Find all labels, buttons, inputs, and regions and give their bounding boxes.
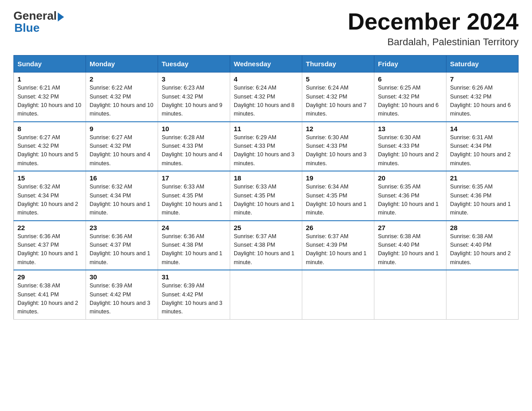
calendar-week-row: 22 Sunrise: 6:36 AMSunset: 4:37 PMDaylig… xyxy=(14,221,519,270)
table-row: 30 Sunrise: 6:39 AMSunset: 4:42 PMDaylig… xyxy=(86,270,158,319)
day-number: 26 xyxy=(306,224,370,231)
day-number: 15 xyxy=(17,174,82,182)
header-thursday: Thursday xyxy=(302,56,374,73)
day-number: 30 xyxy=(90,273,154,281)
calendar-table: Sunday Monday Tuesday Wednesday Thursday… xyxy=(13,55,519,320)
day-info: Sunrise: 6:37 AMSunset: 4:39 PMDaylight:… xyxy=(306,232,370,267)
day-info: Sunrise: 6:27 AMSunset: 4:32 PMDaylight:… xyxy=(90,133,154,168)
day-info: Sunrise: 6:24 AMSunset: 4:32 PMDaylight:… xyxy=(234,84,298,119)
table-row: 21 Sunrise: 6:35 AMSunset: 4:36 PMDaylig… xyxy=(446,171,519,221)
table-row: 26 Sunrise: 6:37 AMSunset: 4:39 PMDaylig… xyxy=(302,221,374,270)
table-row: 3 Sunrise: 6:23 AMSunset: 4:32 PMDayligh… xyxy=(158,73,230,122)
header-friday: Friday xyxy=(374,56,446,73)
day-info: Sunrise: 6:38 AMSunset: 4:40 PMDaylight:… xyxy=(450,232,515,267)
table-row: 28 Sunrise: 6:38 AMSunset: 4:40 PMDaylig… xyxy=(446,221,519,270)
day-info: Sunrise: 6:38 AMSunset: 4:40 PMDaylight:… xyxy=(378,232,442,267)
table-row: 29 Sunrise: 6:38 AMSunset: 4:41 PMDaylig… xyxy=(14,270,86,319)
day-number: 28 xyxy=(450,224,515,231)
logo: General Blue xyxy=(13,9,64,35)
table-row: 27 Sunrise: 6:38 AMSunset: 4:40 PMDaylig… xyxy=(374,221,446,270)
table-row: 7 Sunrise: 6:26 AMSunset: 4:32 PMDayligh… xyxy=(446,73,519,122)
day-number: 6 xyxy=(378,75,442,83)
calendar-week-row: 1 Sunrise: 6:21 AMSunset: 4:32 PMDayligh… xyxy=(14,73,519,122)
day-number: 21 xyxy=(450,174,515,182)
day-info: Sunrise: 6:30 AMSunset: 4:33 PMDaylight:… xyxy=(378,133,442,168)
table-row: 25 Sunrise: 6:37 AMSunset: 4:38 PMDaylig… xyxy=(230,221,302,270)
day-number: 18 xyxy=(234,174,298,182)
table-row: 20 Sunrise: 6:35 AMSunset: 4:36 PMDaylig… xyxy=(374,171,446,221)
table-row: 5 Sunrise: 6:24 AMSunset: 4:32 PMDayligh… xyxy=(302,73,374,122)
day-number: 11 xyxy=(234,125,298,133)
day-number: 13 xyxy=(378,125,442,133)
table-row: 23 Sunrise: 6:36 AMSunset: 4:37 PMDaylig… xyxy=(86,221,158,270)
day-info: Sunrise: 6:30 AMSunset: 4:33 PMDaylight:… xyxy=(306,133,370,168)
day-number: 9 xyxy=(90,125,154,133)
day-info: Sunrise: 6:26 AMSunset: 4:32 PMDaylight:… xyxy=(450,84,515,119)
calendar-week-row: 29 Sunrise: 6:38 AMSunset: 4:41 PMDaylig… xyxy=(14,270,519,319)
table-row: 2 Sunrise: 6:22 AMSunset: 4:32 PMDayligh… xyxy=(86,73,158,122)
day-info: Sunrise: 6:33 AMSunset: 4:35 PMDaylight:… xyxy=(162,183,226,218)
header-tuesday: Tuesday xyxy=(158,56,230,73)
table-row: 9 Sunrise: 6:27 AMSunset: 4:32 PMDayligh… xyxy=(86,122,158,171)
day-number: 24 xyxy=(162,224,226,231)
day-info: Sunrise: 6:35 AMSunset: 4:36 PMDaylight:… xyxy=(450,183,515,218)
table-row xyxy=(374,270,446,319)
header-wednesday: Wednesday xyxy=(230,56,302,73)
day-info: Sunrise: 6:33 AMSunset: 4:35 PMDaylight:… xyxy=(234,183,298,218)
day-info: Sunrise: 6:22 AMSunset: 4:32 PMDaylight:… xyxy=(90,84,154,119)
day-info: Sunrise: 6:31 AMSunset: 4:34 PMDaylight:… xyxy=(450,133,515,168)
day-number: 3 xyxy=(162,75,226,83)
table-row: 8 Sunrise: 6:27 AMSunset: 4:32 PMDayligh… xyxy=(14,122,86,171)
day-number: 27 xyxy=(378,224,442,231)
table-row: 13 Sunrise: 6:30 AMSunset: 4:33 PMDaylig… xyxy=(374,122,446,171)
day-info: Sunrise: 6:39 AMSunset: 4:42 PMDaylight:… xyxy=(162,282,226,317)
calendar-week-row: 15 Sunrise: 6:32 AMSunset: 4:34 PMDaylig… xyxy=(14,171,519,221)
day-number: 8 xyxy=(17,125,82,133)
table-row: 18 Sunrise: 6:33 AMSunset: 4:35 PMDaylig… xyxy=(230,171,302,221)
logo-blue-text: Blue xyxy=(14,21,39,35)
table-row xyxy=(302,270,374,319)
table-row xyxy=(446,270,519,319)
day-number: 14 xyxy=(450,125,515,133)
day-info: Sunrise: 6:28 AMSunset: 4:33 PMDaylight:… xyxy=(162,133,226,168)
day-number: 5 xyxy=(306,75,370,83)
day-number: 4 xyxy=(234,75,298,83)
day-info: Sunrise: 6:37 AMSunset: 4:38 PMDaylight:… xyxy=(234,232,298,267)
table-row: 4 Sunrise: 6:24 AMSunset: 4:32 PMDayligh… xyxy=(230,73,302,122)
table-row: 22 Sunrise: 6:36 AMSunset: 4:37 PMDaylig… xyxy=(14,221,86,270)
table-row: 11 Sunrise: 6:29 AMSunset: 4:33 PMDaylig… xyxy=(230,122,302,171)
day-number: 31 xyxy=(162,273,226,281)
day-number: 2 xyxy=(90,75,154,83)
page-header: General Blue December 2024 Bardalah, Pal… xyxy=(13,9,519,48)
day-info: Sunrise: 6:23 AMSunset: 4:32 PMDaylight:… xyxy=(162,84,226,119)
day-info: Sunrise: 6:29 AMSunset: 4:33 PMDaylight:… xyxy=(234,133,298,168)
table-row: 17 Sunrise: 6:33 AMSunset: 4:35 PMDaylig… xyxy=(158,171,230,221)
day-number: 7 xyxy=(450,75,515,83)
table-row: 6 Sunrise: 6:25 AMSunset: 4:32 PMDayligh… xyxy=(374,73,446,122)
table-row xyxy=(230,270,302,319)
day-info: Sunrise: 6:32 AMSunset: 4:34 PMDaylight:… xyxy=(17,183,82,218)
title-area: December 2024 Bardalah, Palestinian Terr… xyxy=(348,9,519,48)
day-info: Sunrise: 6:38 AMSunset: 4:41 PMDaylight:… xyxy=(17,282,82,317)
day-info: Sunrise: 6:36 AMSunset: 4:37 PMDaylight:… xyxy=(17,232,82,267)
day-info: Sunrise: 6:35 AMSunset: 4:36 PMDaylight:… xyxy=(378,183,442,218)
table-row: 12 Sunrise: 6:30 AMSunset: 4:33 PMDaylig… xyxy=(302,122,374,171)
header-sunday: Sunday xyxy=(14,56,86,73)
day-info: Sunrise: 6:34 AMSunset: 4:35 PMDaylight:… xyxy=(306,183,370,218)
day-info: Sunrise: 6:25 AMSunset: 4:32 PMDaylight:… xyxy=(378,84,442,119)
day-info: Sunrise: 6:24 AMSunset: 4:32 PMDaylight:… xyxy=(306,84,370,119)
day-number: 10 xyxy=(162,125,226,133)
table-row: 24 Sunrise: 6:36 AMSunset: 4:38 PMDaylig… xyxy=(158,221,230,270)
month-year-title: December 2024 xyxy=(348,9,519,34)
day-info: Sunrise: 6:39 AMSunset: 4:42 PMDaylight:… xyxy=(90,282,154,317)
day-number: 25 xyxy=(234,224,298,231)
day-info: Sunrise: 6:27 AMSunset: 4:32 PMDaylight:… xyxy=(17,133,82,168)
day-number: 29 xyxy=(17,273,82,281)
day-info: Sunrise: 6:21 AMSunset: 4:32 PMDaylight:… xyxy=(17,84,82,119)
header-monday: Monday xyxy=(86,56,158,73)
table-row: 31 Sunrise: 6:39 AMSunset: 4:42 PMDaylig… xyxy=(158,270,230,319)
table-row: 1 Sunrise: 6:21 AMSunset: 4:32 PMDayligh… xyxy=(14,73,86,122)
calendar-week-row: 8 Sunrise: 6:27 AMSunset: 4:32 PMDayligh… xyxy=(14,122,519,171)
day-number: 19 xyxy=(306,174,370,182)
day-number: 16 xyxy=(90,174,154,182)
